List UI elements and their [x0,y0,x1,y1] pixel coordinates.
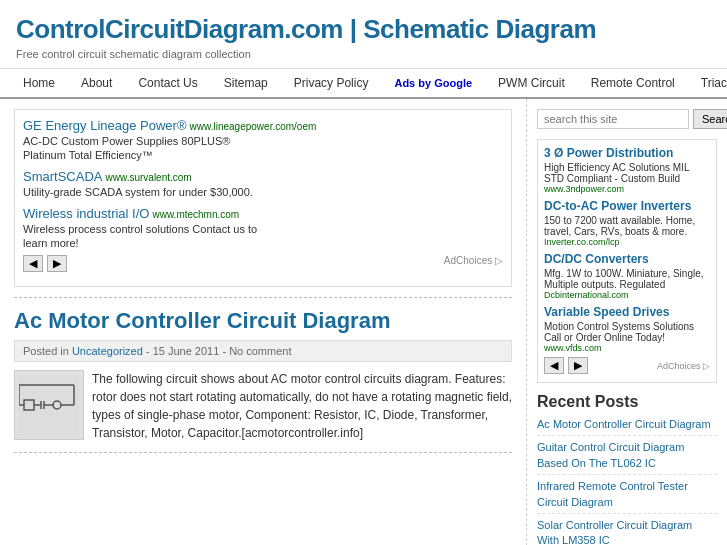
page-header: ControlCircuitDiagram.com | Schematic Di… [0,0,727,69]
bottom-divider [14,452,512,453]
nav-sitemap[interactable]: Sitemap [211,69,281,97]
recent-posts-title: Recent Posts [537,393,717,411]
recent-post-1[interactable]: Ac Motor Controller Circuit Diagram [537,417,717,436]
ad-2-desc: Utility-grade SCADA system for under $30… [23,186,503,198]
sidebar-ad-nav: ◀ ▶ AdChoices ▷ [544,357,710,374]
sidebar-ad-1-url: www.3ndpower.com [544,184,710,194]
sidebar: Search 3 Ø Power Distribution High Effic… [527,99,727,545]
main-content: GE Energy Lineage Power® www.lineagepowe… [0,99,527,545]
list-item: Solar Controller Circuit Diagram With LM… [537,518,717,545]
ad-1-desc1: AC-DC Custom Power Supplies 80PLUS® [23,135,503,147]
circuit-diagram-icon [19,375,79,435]
nav-pwm[interactable]: PWM Circuit [485,69,578,97]
article-text: The following circuit shows about AC mot… [92,370,512,442]
ad-1-url: www.lineagepower.com/oem [190,121,317,132]
list-item: Guitar Control Circuit Diagram Based On … [537,440,717,475]
list-item: Ac Motor Controller Circuit Diagram [537,417,717,436]
sidebar-ad-2-url: Inverter.co.com/lcp [544,237,710,247]
search-button[interactable]: Search [693,109,727,129]
ad-2-title[interactable]: SmartSCADA [23,169,102,184]
ad-item-3: Wireless industrial I/O www.mtechmn.com … [23,206,503,249]
site-title: ControlCircuitDiagram.com | Schematic Di… [16,14,711,45]
nav-about[interactable]: About [68,69,125,97]
sidebar-ad-4-title[interactable]: Variable Speed Drives [544,305,710,319]
nav-privacy[interactable]: Privacy Policy [281,69,382,97]
sidebar-ad-1-desc: High Efficiency AC Solutions MIL STD Com… [544,162,710,184]
divider [14,297,512,298]
list-item: Infrared Remote Control Tester Circuit D… [537,479,717,514]
recent-post-2[interactable]: Guitar Control Circuit Diagram Based On … [537,440,717,475]
recent-post-4[interactable]: Solar Controller Circuit Diagram With LM… [537,518,717,545]
article-meta: Posted in Uncategorized - 15 June 2011 -… [14,340,512,362]
ad-2-url: www.survalent.com [106,172,192,183]
nav-home[interactable]: Home [10,69,68,97]
meta-comment: No comment [229,345,291,357]
article-image [14,370,84,440]
ad-3-desc1: Wireless process control solutions Conta… [23,223,503,235]
ad-item-2: SmartSCADA www.survalent.com Utility-gra… [23,169,503,198]
recent-posts-list: Ac Motor Controller Circuit Diagram Guit… [537,417,717,545]
sidebar-ad-4-url: www.vfds.com [544,343,710,353]
sidebar-ad-2-desc: 150 to 7200 watt available. Home, travel… [544,215,710,237]
main-nav: Home About Contact Us Sitemap Privacy Po… [0,69,727,99]
article-body: The following circuit shows about AC mot… [14,370,512,442]
search-input[interactable] [537,109,689,129]
sidebar-ad-block: 3 Ø Power Distribution High Efficiency A… [537,139,717,383]
sidebar-ad-3-title[interactable]: DC/DC Converters [544,252,710,266]
meta-separator1: - [146,345,153,357]
ad-next-button[interactable]: ▶ [47,255,67,272]
ad-1-title[interactable]: GE Energy Lineage Power® [23,118,187,133]
search-box: Search [537,109,717,129]
ad-3-title[interactable]: Wireless industrial I/O [23,206,149,221]
sidebar-ad-1-title[interactable]: 3 Ø Power Distribution [544,146,710,160]
nav-contact[interactable]: Contact Us [125,69,210,97]
ad-1-desc2: Platinum Total Efficiency™ [23,149,503,161]
ad-3-desc2: learn more! [23,237,503,249]
sidebar-ad-2-title[interactable]: DC-to-AC Power Inverters [544,199,710,213]
nav-ads[interactable]: Ads by Google [381,70,485,96]
ad-block: GE Energy Lineage Power® www.lineagepowe… [14,109,512,287]
ad-prev-button[interactable]: ◀ [23,255,43,272]
ad-item-1: GE Energy Lineage Power® www.lineagepowe… [23,118,503,161]
sidebar-ad-choices: AdChoices ▷ [657,361,710,371]
sidebar-ad-next[interactable]: ▶ [568,357,588,374]
ad-choices: AdChoices ▷ [444,255,503,272]
article-title: Ac Motor Controller Circuit Diagram [14,308,512,334]
meta-posted: Posted in [23,345,72,357]
meta-category[interactable]: Uncategorized [72,345,143,357]
recent-post-3[interactable]: Infrared Remote Control Tester Circuit D… [537,479,717,514]
sidebar-ad-3-url: Dcbinternational.com [544,290,710,300]
sidebar-ad-4-desc: Motion Control Systems Solutions Call or… [544,321,710,343]
ad-nav: ◀ ▶ AdChoices ▷ [23,255,503,272]
site-subtitle: Free control circuit schematic diagram c… [16,48,711,60]
sidebar-ad-prev[interactable]: ◀ [544,357,564,374]
sidebar-ad-3-desc: Mfg. 1W to 100W. Miniature, Single, Mult… [544,268,710,290]
nav-remote[interactable]: Remote Control [578,69,688,97]
ad-3-url: www.mtechmn.com [152,209,239,220]
meta-date: 15 June 2011 [153,345,220,357]
main-layout: GE Energy Lineage Power® www.lineagepowe… [0,99,727,545]
nav-triac[interactable]: Triac Circuit [688,69,727,97]
